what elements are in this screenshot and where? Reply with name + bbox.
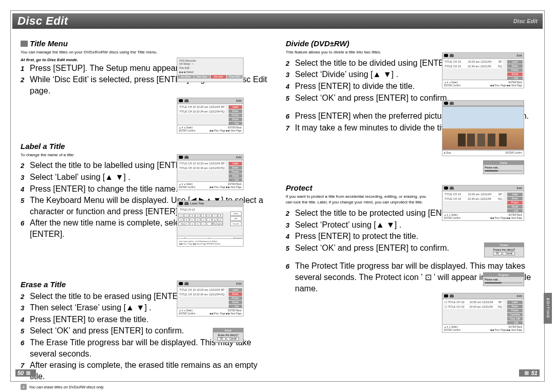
mini-setup: DVD Recorder Init Setup ➝ Disc Edit ▶■ ◀… [177,58,244,82]
mini-divide-edit: Edit TITLE CH 1010:20 am 12/21/04SP TITL… [442,52,524,88]
mini-erase-dlg: Erase Erase this title(s)? OKCancel [213,328,244,343]
mini-protect-dlg: Protect Protect this title(s)? OKCancel [484,242,524,257]
mini-divide-dlg: Divide Please wait... [483,160,524,174]
label-title-heading: Label a Title [21,142,269,151]
pagenum-left: 50■ [15,369,36,377]
mini-progress-dlg: Progress Please wait... [483,272,524,286]
mini-edit-1: Edit TITLE CH 1010:20 am 12/21/04SP TITL… [177,98,244,134]
mini-photo-hdr [442,100,524,106]
mini-photo-foot: ■ StopENTER Confirm [442,150,524,156]
info-icon: i [21,384,27,390]
doc-title-right: Disc Edit [513,18,538,24]
side-tab-editing: EDITING [544,293,552,324]
mini-edit-2: Edit TITLE CH 1010:20 am 12/21/04SP TITL… [177,154,244,190]
title-menu-heading: Title Menu [21,39,269,48]
mini-label: Label Title TITLE CH 10 12345678 abcdefg… [177,200,244,247]
erase-note: iYou can erase titles on DVD±RW discs on… [21,384,269,390]
left-page: Title Menu You can manage the titles on … [12,31,278,380]
right-page: Divide (DVD±RW) This feature allows you … [278,31,543,380]
protect-intro: If you want to protect a title from acci… [286,194,430,206]
main-header: Disc Edit Disc Edit [12,13,543,29]
mini-edit-3: Edit TITLE CH 1010:20 am 12/21/04SP TITL… [177,281,244,316]
mini-protect-after: Edit ⊡ TITLE CH 1010:20 am 12/21/04SP ⊡ … [442,293,524,333]
divide-heading: Divide (DVD±RW) [286,39,534,48]
step: 4Press [ENTER] to protect the title. [286,231,534,242]
doc-title: Disc Edit [17,14,68,28]
step: 7After erasing is complete, the erased t… [21,360,269,382]
mini-protect-edit: Edit TITLE CH 1010:20 am 12/21/04SP TITL… [442,185,524,221]
pagenum-right: ■51 [519,369,540,377]
divide-intro: This feature allows you to divide a titl… [286,50,430,55]
title-menu-intro: You can manage the titles on your DVD±R/… [21,50,164,55]
mini-divide-photo [442,106,524,150]
